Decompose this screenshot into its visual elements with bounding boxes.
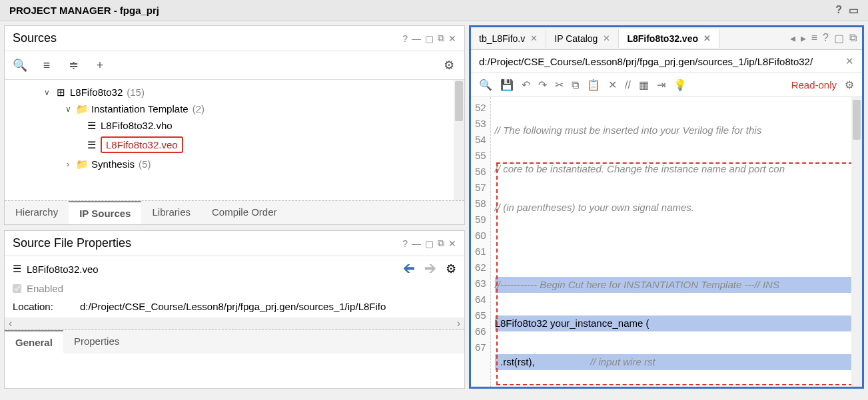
comment-icon[interactable]: // xyxy=(625,79,631,91)
undo-icon[interactable]: ↶ xyxy=(522,79,530,91)
properties-filename: L8Fifo8to32.veo xyxy=(27,264,99,275)
close-icon[interactable]: ✕ xyxy=(448,33,456,44)
caret-down-icon[interactable]: ∨ xyxy=(63,104,73,114)
properties-title: Source File Properties xyxy=(13,236,131,250)
editor-tab-tb[interactable]: tb_L8Fifo.v ✕ xyxy=(471,29,546,48)
prev-tab-icon[interactable]: ◂ xyxy=(790,32,795,45)
tree-root[interactable]: ∨ ⊞ L8Fifo8to32 (15) xyxy=(7,84,462,100)
horizontal-scrollbar[interactable]: ‹› xyxy=(5,317,464,329)
tab-libraries[interactable]: Libraries xyxy=(141,201,201,224)
location-label: Location: xyxy=(13,301,53,312)
gear-icon[interactable]: ⚙ xyxy=(442,58,456,73)
expand-icon[interactable]: ≑ xyxy=(66,58,81,73)
line-gutter: 52 53 54 55 56 57 58 59 60 61 62 63 64 6… xyxy=(471,97,491,387)
search-icon[interactable]: 🔍 xyxy=(479,79,492,91)
tree-inst-template[interactable]: ∨ 📁 Instantiation Template (2) xyxy=(7,100,462,117)
properties-tabbar: General Properties xyxy=(5,329,464,353)
restore-icon[interactable]: ▭ xyxy=(849,4,859,17)
maximize-icon[interactable]: ⧉ xyxy=(849,32,857,45)
gear-icon[interactable]: ⚙ xyxy=(446,262,456,276)
column-icon[interactable]: ▦ xyxy=(639,79,649,91)
tab-hierarchy[interactable]: Hierarchy xyxy=(5,201,69,224)
enabled-checkbox xyxy=(13,284,21,293)
tree-file-veo[interactable]: ☰ L8Fifo8to32.veo xyxy=(7,134,462,156)
forward-icon[interactable]: 🡲 xyxy=(424,262,436,276)
editor-tab-veo[interactable]: L8Fifo8to32.veo ✕ xyxy=(619,29,719,48)
editor-tabbar: tb_L8Fifo.v ✕ IP Catalog ✕ L8Fifo8to32.v… xyxy=(471,27,862,50)
close-icon[interactable]: ✕ xyxy=(703,33,711,43)
tab-properties[interactable]: Properties xyxy=(63,330,130,353)
restore-icon[interactable]: ▢ xyxy=(425,238,434,249)
location-value: d:/Project/CSE_Course/Lesson8/prj/fpga_p… xyxy=(80,301,386,312)
folder-icon: 📁 xyxy=(77,104,87,114)
help-icon[interactable]: ? xyxy=(835,4,842,17)
paste-icon[interactable]: 📋 xyxy=(587,79,600,91)
sources-tabbar: Hierarchy IP Sources Libraries Compile O… xyxy=(5,200,464,224)
enabled-label: Enabled xyxy=(27,283,63,294)
help-icon[interactable]: ? xyxy=(402,238,408,249)
editor-tab-ip[interactable]: IP Catalog ✕ xyxy=(546,29,619,48)
help-icon[interactable]: ? xyxy=(402,33,408,44)
maximize-icon[interactable]: ⧉ xyxy=(438,33,444,44)
list-tabs-icon[interactable]: ≡ xyxy=(811,32,817,45)
collapse-icon[interactable]: ≡ xyxy=(39,58,54,73)
copy-icon[interactable]: ⧉ xyxy=(572,79,579,91)
tab-compile-order[interactable]: Compile Order xyxy=(201,201,288,224)
vertical-scrollbar[interactable] xyxy=(851,97,862,387)
indent-icon[interactable]: ⇥ xyxy=(657,79,665,91)
ip-icon: ⊞ xyxy=(55,87,66,98)
close-icon[interactable]: ✕ xyxy=(530,33,538,43)
close-icon[interactable]: ✕ xyxy=(448,238,456,249)
minimize-icon[interactable]: — xyxy=(412,238,421,249)
code-editor[interactable]: 52 53 54 55 56 57 58 59 60 61 62 63 64 6… xyxy=(471,97,862,387)
gear-icon[interactable]: ⚙ xyxy=(845,79,854,91)
help-icon[interactable]: ? xyxy=(823,32,829,45)
code-content[interactable]: // The following must be inserted into y… xyxy=(491,97,862,387)
cut-icon[interactable]: ✂ xyxy=(555,79,564,91)
tree-file-vho[interactable]: ☰ L8Fifo8to32.vho xyxy=(7,117,462,134)
folder-icon: 📁 xyxy=(77,159,87,170)
window-title: PROJECT MANAGER - fpga_prj xyxy=(9,5,159,16)
delete-icon[interactable]: ✕ xyxy=(608,79,617,91)
window-titlebar: PROJECT MANAGER - fpga_prj ? ▭ xyxy=(0,0,868,21)
editor-path: d:/Project/CSE_Course/Lesson8/prj/fpga_p… xyxy=(479,56,813,67)
search-icon[interactable]: 🔍 xyxy=(13,58,27,73)
file-icon: ☰ xyxy=(86,140,97,150)
maximize-icon[interactable]: ⧉ xyxy=(438,238,444,249)
caret-right-icon[interactable]: › xyxy=(63,160,73,169)
bulb-icon[interactable]: 💡 xyxy=(673,79,687,91)
sources-title: Sources xyxy=(13,31,57,45)
tab-general[interactable]: General xyxy=(5,330,63,353)
tab-ip-sources[interactable]: IP Sources xyxy=(69,201,141,224)
sources-tree: ∨ ⊞ L8Fifo8to32 (15) ∨ 📁 Instantiation T… xyxy=(5,80,464,200)
add-icon[interactable]: + xyxy=(93,58,107,73)
redo-icon[interactable]: ↷ xyxy=(538,79,547,91)
restore-icon[interactable]: ▢ xyxy=(834,32,844,45)
close-icon[interactable]: ✕ xyxy=(845,55,854,67)
tree-synthesis[interactable]: › 📁 Synthesis (5) xyxy=(7,156,462,172)
next-tab-icon[interactable]: ▸ xyxy=(801,32,806,45)
back-icon[interactable]: 🡰 xyxy=(403,262,415,276)
close-icon[interactable]: ✕ xyxy=(603,33,610,43)
editor-panel: tb_L8Fifo.v ✕ IP Catalog ✕ L8Fifo8to32.v… xyxy=(469,25,864,389)
caret-down-icon[interactable]: ∨ xyxy=(42,88,51,97)
restore-icon[interactable]: ▢ xyxy=(425,33,434,44)
readonly-label: Read-only xyxy=(791,79,837,91)
minimize-icon[interactable]: — xyxy=(412,33,421,44)
file-icon: ☰ xyxy=(86,120,97,131)
save-icon[interactable]: 💾 xyxy=(500,79,514,91)
file-icon: ☰ xyxy=(13,263,21,275)
